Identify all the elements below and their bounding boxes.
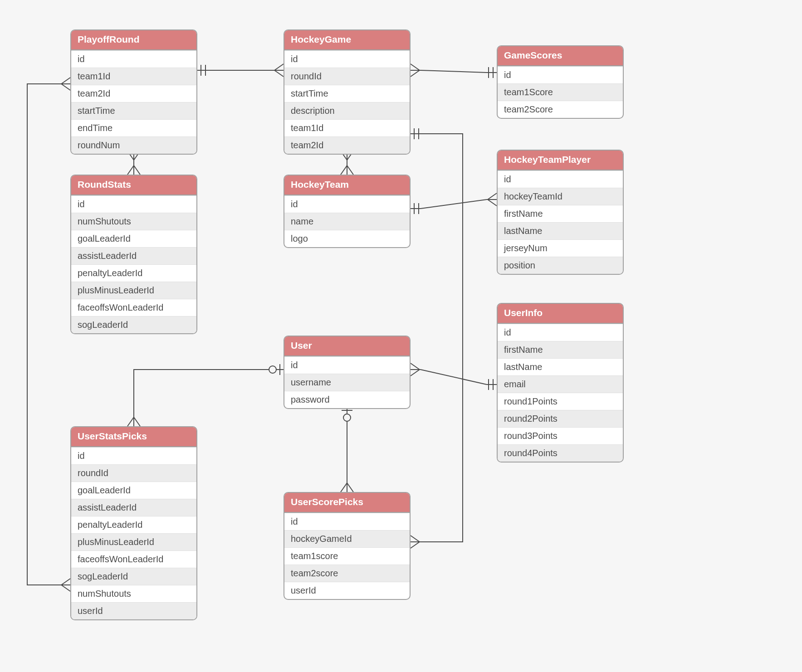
entity-title: HockeyTeamPlayer bbox=[498, 151, 623, 170]
entity-attr: id bbox=[71, 447, 196, 464]
entity-attr: penaltyLeaderId bbox=[71, 516, 196, 533]
svg-line-29 bbox=[347, 166, 353, 175]
entity-attr: firstName bbox=[498, 205, 623, 222]
entity-attr: id bbox=[498, 66, 623, 83]
entity-attr: id bbox=[284, 50, 410, 68]
entity-attr: hockeyTeamId bbox=[498, 188, 623, 205]
entity-attr: assistLeaderId bbox=[71, 247, 196, 264]
entity-attr: id bbox=[284, 356, 410, 374]
entity-attr: startTime bbox=[284, 85, 410, 102]
entity-attr: position bbox=[498, 257, 623, 274]
entity-attr: team1score bbox=[284, 547, 410, 565]
entity-title: User bbox=[284, 336, 410, 356]
entity-attr: userId bbox=[71, 602, 196, 619]
entity-attr: username bbox=[284, 374, 410, 391]
entity-title: HockeyTeam bbox=[284, 175, 410, 195]
svg-line-50 bbox=[347, 483, 353, 492]
svg-point-47 bbox=[343, 414, 351, 421]
svg-line-34 bbox=[488, 193, 497, 200]
svg-line-48 bbox=[341, 483, 347, 492]
entity-attr: id bbox=[284, 513, 410, 530]
entity-attr: numShutouts bbox=[71, 213, 196, 230]
entity-attr: faceoffsWonLeaderId bbox=[71, 550, 196, 568]
entity-attr: lastName bbox=[498, 358, 623, 375]
entity-userscorepicks[interactable]: UserScorePicksidhockeyGameIdteam1scorete… bbox=[284, 492, 411, 600]
entity-attr: round3Points bbox=[498, 427, 623, 444]
entity-attr: endTime bbox=[71, 119, 196, 136]
svg-line-62 bbox=[411, 536, 420, 542]
entity-attr: id bbox=[498, 324, 623, 341]
entity-attr: numShutouts bbox=[71, 585, 196, 602]
svg-line-9 bbox=[411, 64, 420, 70]
entity-attr: userId bbox=[284, 582, 410, 599]
entity-attr: name bbox=[284, 213, 410, 230]
entity-attr: round1Points bbox=[498, 393, 623, 410]
entity-attr: id bbox=[71, 50, 196, 68]
entity-attr: team2Id bbox=[71, 85, 196, 102]
entity-title: PlayoffRound bbox=[71, 30, 196, 50]
svg-line-41 bbox=[411, 370, 420, 376]
entity-title: GameScores bbox=[498, 46, 623, 66]
entity-attr: team2score bbox=[284, 565, 410, 582]
entity-attr: plusMinusLeaderId bbox=[71, 282, 196, 299]
entity-attr: plusMinusLeaderId bbox=[71, 533, 196, 550]
svg-line-27 bbox=[341, 166, 347, 175]
entity-attr: team2Id bbox=[284, 136, 410, 154]
entity-attr: email bbox=[498, 375, 623, 393]
entity-attr: assistLeaderId bbox=[71, 499, 196, 516]
entity-title: UserInfo bbox=[498, 304, 623, 324]
entity-userinfo[interactable]: UserInfoidfirstNamelastNameemailround1Po… bbox=[497, 303, 624, 463]
entity-attr: goalLeaderId bbox=[71, 482, 196, 499]
entity-attr: roundNum bbox=[71, 136, 196, 154]
svg-line-64 bbox=[411, 542, 420, 548]
entity-attr: lastName bbox=[498, 222, 623, 239]
entity-attr: faceoffsWonLeaderId bbox=[71, 299, 196, 316]
entity-attr: roundId bbox=[71, 464, 196, 482]
entity-attr: team1Id bbox=[284, 119, 410, 136]
entity-attr: password bbox=[284, 391, 410, 408]
entity-title: UserStatsPicks bbox=[71, 427, 196, 447]
entity-attr: logo bbox=[284, 230, 410, 247]
entity-attr: penaltyLeaderId bbox=[71, 264, 196, 282]
svg-line-39 bbox=[411, 363, 420, 370]
entity-attr: team1Score bbox=[498, 83, 623, 101]
entity-attr: team2Score bbox=[498, 101, 623, 118]
svg-line-6 bbox=[274, 70, 284, 77]
entity-attr: hockeyGameId bbox=[284, 530, 410, 547]
svg-line-19 bbox=[127, 166, 134, 175]
entity-userstatspicks[interactable]: UserStatsPicksidroundIdgoalLeaderIdassis… bbox=[70, 426, 197, 620]
svg-line-11 bbox=[411, 70, 420, 77]
entity-playoffround[interactable]: PlayoffRoundidteam1Idteam2IdstartTimeend… bbox=[70, 29, 197, 155]
entity-hockeyteam[interactable]: HockeyTeamidnamelogo bbox=[284, 175, 411, 248]
entity-attr: id bbox=[284, 195, 410, 213]
entity-attr: sogLeaderId bbox=[71, 316, 196, 333]
entity-attr: id bbox=[71, 195, 196, 213]
svg-line-72 bbox=[61, 585, 70, 591]
entity-attr: jerseyNum bbox=[498, 239, 623, 257]
svg-line-21 bbox=[134, 166, 140, 175]
entity-attr: roundId bbox=[284, 68, 410, 85]
svg-line-69 bbox=[61, 84, 70, 90]
entity-attr: id bbox=[498, 170, 623, 188]
entity-title: UserScorePicks bbox=[284, 493, 410, 513]
svg-line-70 bbox=[61, 579, 70, 585]
entity-hockeyteamplayer[interactable]: HockeyTeamPlayeridhockeyTeamIdfirstNamel… bbox=[497, 150, 624, 275]
entity-title: HockeyGame bbox=[284, 30, 410, 50]
entity-attr: sogLeaderId bbox=[71, 568, 196, 585]
entity-attr: firstName bbox=[498, 341, 623, 358]
svg-line-67 bbox=[61, 78, 70, 84]
entity-attr: goalLeaderId bbox=[71, 230, 196, 247]
entity-attr: round2Points bbox=[498, 410, 623, 427]
entity-hockeygame[interactable]: HockeyGameidroundIdstartTimedescriptiont… bbox=[284, 29, 411, 155]
svg-line-36 bbox=[488, 200, 497, 206]
erd-canvas: PlayoffRoundidteam1Idteam2IdstartTimeend… bbox=[0, 0, 802, 672]
entity-title: RoundStats bbox=[71, 175, 196, 195]
entity-roundstats[interactable]: RoundStatsidnumShutoutsgoalLeaderIdassis… bbox=[70, 175, 197, 334]
svg-line-57 bbox=[134, 417, 140, 426]
entity-user[interactable]: Useridusernamepassword bbox=[284, 336, 411, 409]
entity-attr: round4Points bbox=[498, 444, 623, 462]
entity-gamescores[interactable]: GameScoresidteam1Scoreteam2Score bbox=[497, 45, 624, 119]
entity-attr: team1Id bbox=[71, 68, 196, 85]
entity-attr: startTime bbox=[71, 102, 196, 119]
svg-point-54 bbox=[269, 366, 276, 373]
